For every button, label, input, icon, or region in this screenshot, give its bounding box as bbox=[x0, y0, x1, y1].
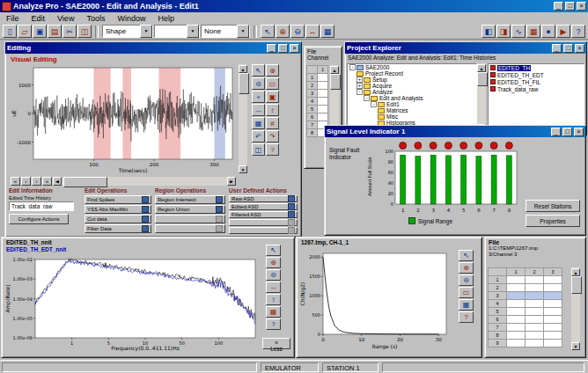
scroll-up-icon[interactable]: ▲ bbox=[239, 65, 247, 73]
maximize-button[interactable]: □ bbox=[565, 2, 575, 11]
tree-item-setup[interactable]: +Setup bbox=[348, 77, 476, 83]
menu-window[interactable]: Window bbox=[111, 13, 151, 24]
maximize-button[interactable]: □ bbox=[278, 44, 288, 53]
close-button[interactable]: × bbox=[574, 128, 584, 136]
scrollbar-track[interactable] bbox=[62, 177, 227, 186]
tile-windows-icon[interactable]: ◧ bbox=[481, 25, 496, 38]
menu-edit[interactable]: Edit bbox=[26, 13, 52, 24]
zoom-x-icon[interactable]: ↔ bbox=[266, 282, 281, 293]
zoom-out-icon[interactable]: ⊖ bbox=[290, 25, 305, 38]
tree-item-analyze[interactable]: -Analyze bbox=[348, 89, 476, 95]
edit-op-find-spikes[interactable]: Find Spikes bbox=[85, 195, 151, 204]
expand-icon[interactable]: + bbox=[356, 77, 363, 83]
tree-item-misc[interactable]: Misc bbox=[348, 113, 476, 120]
collapse-icon[interactable]: - bbox=[364, 95, 370, 101]
zoom-in-icon[interactable]: ⊕ bbox=[266, 257, 281, 268]
edit-op-yss-abs-maxmin[interactable]: YSS Abs MaxMin bbox=[85, 205, 151, 214]
grid-icon[interactable]: ▦ bbox=[252, 117, 265, 129]
chevron-down-icon[interactable]: ▼ bbox=[140, 25, 152, 38]
scrollbar-thumb[interactable] bbox=[477, 72, 488, 86]
expand-icon[interactable]: + bbox=[356, 83, 363, 89]
zoom-window-icon[interactable]: ▭ bbox=[266, 77, 279, 90]
next-record-icon[interactable]: › bbox=[32, 177, 41, 186]
project-explorer-titlebar[interactable]: Project Explorer _ □ × bbox=[345, 42, 586, 54]
list-item-track-data-raw[interactable]: Track_data_raw bbox=[489, 85, 584, 92]
minimize-button[interactable]: _ bbox=[552, 44, 562, 53]
last-record-icon[interactable]: » bbox=[42, 177, 52, 186]
scroll-up-icon[interactable]: ▲ bbox=[571, 268, 580, 276]
scroll-up-icon[interactable]: ▲ bbox=[330, 66, 339, 74]
scroll-right-icon[interactable]: ▶ bbox=[227, 177, 236, 186]
scrollbar-thumb[interactable] bbox=[330, 74, 341, 90]
zoom-in-icon[interactable]: ⊕ bbox=[459, 262, 474, 274]
zoom-x-icon[interactable]: ↔ bbox=[252, 104, 265, 116]
channel-selection-grid[interactable]: 123123456789 bbox=[488, 267, 562, 347]
tree-item-project-record[interactable]: Project Record bbox=[348, 70, 476, 77]
tree-item-edit1[interactable]: -Edit1 bbox=[348, 101, 476, 107]
full-extent-icon[interactable]: ▣ bbox=[266, 91, 279, 103]
menu-file[interactable]: File bbox=[0, 13, 26, 24]
minimize-button[interactable]: _ bbox=[551, 128, 561, 136]
minimize-button[interactable]: _ bbox=[267, 44, 276, 53]
user-action-filtered-asd[interactable]: Filtered ASD bbox=[229, 211, 298, 218]
none-combo[interactable]: None ▼ bbox=[201, 25, 250, 38]
waveform-horizontal-scrollbar[interactable]: ◀▶ bbox=[53, 177, 236, 186]
zoom-window-icon[interactable]: ▭ bbox=[459, 287, 474, 298]
select-icon[interactable]: ↖ bbox=[266, 245, 281, 256]
cascade-windows-icon[interactable]: ◨ bbox=[496, 25, 511, 38]
redo-icon[interactable]: ↷ bbox=[266, 130, 279, 143]
menu-tools[interactable]: Tools bbox=[80, 13, 111, 24]
prev-record-icon[interactable]: ‹ bbox=[21, 177, 31, 186]
zoom-y-icon[interactable]: ↕ bbox=[266, 104, 279, 116]
edit-op-filter-data[interactable]: Filter Data bbox=[85, 224, 151, 233]
close-button[interactable]: × bbox=[290, 44, 299, 53]
help-icon[interactable]: ? bbox=[266, 318, 281, 330]
editing-titlebar[interactable]: Editing _ □ × bbox=[5, 42, 301, 54]
pointer-icon[interactable]: ↖ bbox=[261, 25, 275, 38]
help-icon[interactable]: ? bbox=[459, 311, 474, 323]
tree-item-acquire[interactable]: +Acquire bbox=[348, 83, 476, 89]
first-record-icon[interactable]: « bbox=[11, 177, 20, 186]
list-item-edited-th[interactable]: EDITED_TH bbox=[489, 64, 584, 71]
scroll-down-icon[interactable]: ▼ bbox=[571, 342, 580, 350]
shape-combo[interactable]: Shape ▼ bbox=[102, 25, 153, 38]
waveform-vertical-scrollbar[interactable]: ▲ ▼ bbox=[239, 64, 247, 173]
waveform-chart[interactable]: 10000-1000100200300Time(secs)uE bbox=[11, 64, 236, 173]
cut-icon[interactable]: ✂ bbox=[62, 25, 77, 38]
zoom-in-icon[interactable]: ⊕ bbox=[276, 25, 290, 38]
tree-item-edit-and-analysis[interactable]: -Edit and Analysis bbox=[348, 95, 476, 101]
crosshair-icon[interactable]: + bbox=[252, 91, 265, 103]
collapse-icon[interactable]: - bbox=[371, 101, 377, 107]
copy-plot-icon[interactable]: ◫ bbox=[252, 143, 265, 156]
open-file-icon[interactable]: ▱ bbox=[18, 25, 32, 38]
undo-icon[interactable]: ↶ bbox=[252, 130, 265, 143]
save-icon[interactable]: ▣ bbox=[33, 25, 47, 38]
select-icon[interactable]: ↖ bbox=[252, 64, 265, 77]
edited-time-history-input[interactable] bbox=[9, 201, 74, 211]
menu-view[interactable]: View bbox=[51, 13, 80, 24]
pan-icon[interactable]: ↔ bbox=[305, 25, 320, 38]
list-item-edited-th-edt[interactable]: EDITED_TH_EDT bbox=[489, 71, 584, 78]
menu-help[interactable]: Help bbox=[151, 13, 180, 24]
maximize-button[interactable]: □ bbox=[563, 44, 573, 53]
scroll-left-icon[interactable]: ◀ bbox=[53, 177, 62, 186]
user-action-raw-asd[interactable]: Raw ASD bbox=[229, 195, 298, 202]
grid-icon[interactable]: ▦ bbox=[320, 25, 334, 38]
scrollbar-thumb[interactable] bbox=[63, 177, 107, 187]
new-file-icon[interactable]: ▯ bbox=[3, 25, 17, 38]
table-icon[interactable]: ▦ bbox=[526, 25, 540, 38]
zoom-out-icon[interactable]: ⊖ bbox=[459, 274, 474, 286]
close-button[interactable]: × bbox=[577, 2, 586, 11]
maximize-button[interactable]: □ bbox=[562, 128, 572, 136]
less-button[interactable]: « Less bbox=[262, 338, 290, 349]
collapse-icon[interactable]: - bbox=[349, 64, 356, 70]
configure-actions-button[interactable]: Configure Actions bbox=[9, 214, 69, 224]
select-icon[interactable]: ↖ bbox=[459, 250, 474, 261]
user-action-edited-asd[interactable]: Edited ASD bbox=[229, 203, 298, 210]
zoom-in-icon[interactable]: ⊕ bbox=[266, 64, 279, 77]
scrollbar-thumb[interactable] bbox=[571, 276, 582, 294]
scroll-down-icon[interactable]: ▼ bbox=[239, 165, 247, 173]
scroll-up-icon[interactable]: ▲ bbox=[477, 64, 486, 72]
zoom-y-icon[interactable]: ↕ bbox=[266, 294, 281, 305]
chevron-down-icon[interactable]: ▼ bbox=[187, 25, 199, 38]
